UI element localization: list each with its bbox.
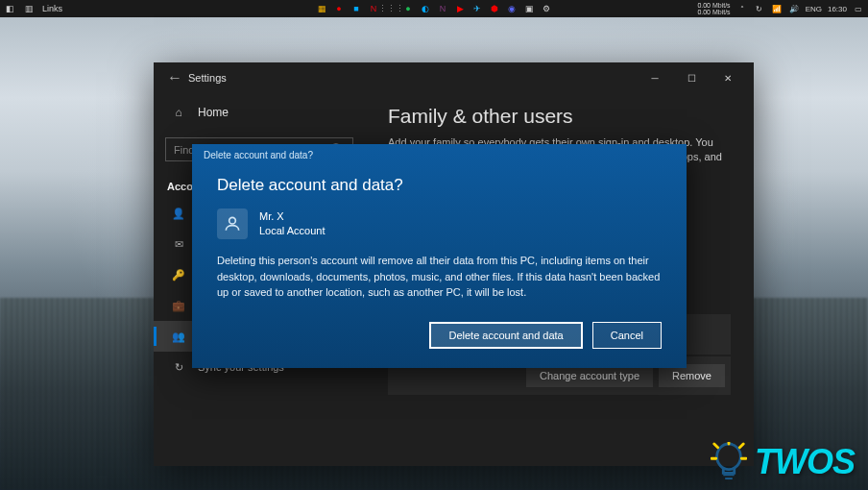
close-button[interactable]: ✕ (710, 64, 746, 91)
svg-point-2 (717, 444, 741, 470)
lightbulb-icon (711, 442, 747, 482)
language-indicator[interactable]: ENG (806, 5, 822, 13)
delete-account-button[interactable]: Delete account and data (429, 322, 582, 349)
maximize-button[interactable]: ☐ (673, 64, 710, 91)
dialog-user-name: Mr. X (259, 209, 326, 224)
app-icon-1[interactable]: ▦ (316, 3, 327, 14)
app-icon-10[interactable]: ✈ (471, 3, 483, 14)
tray-sync-icon[interactable]: ↻ (754, 3, 765, 14)
sync-icon: ↻ (171, 359, 186, 375)
minimize-button[interactable]: ─ (637, 64, 673, 91)
home-icon: ⌂ (171, 105, 186, 120)
mail-icon: ✉ (171, 236, 186, 252)
app-icon-2[interactable]: ● (333, 3, 345, 14)
dialog-user-block: Mr. X Local Account (217, 208, 662, 239)
start-icon[interactable]: ◧ (4, 3, 15, 14)
tray-chevron-icon[interactable]: ˄ (736, 3, 748, 14)
change-account-type-button[interactable]: Change account type (526, 364, 653, 387)
remove-button[interactable]: Remove (659, 364, 725, 387)
back-button[interactable]: ← (161, 69, 188, 86)
svg-point-1 (229, 217, 236, 224)
settings-icon[interactable]: ⚙ (541, 3, 552, 14)
page-title: Family & other users (388, 105, 731, 128)
volume-icon[interactable]: 🔊 (788, 3, 800, 14)
taskview-icon[interactable]: ▥ (23, 3, 35, 14)
app-icon-12[interactable]: ◉ (506, 3, 518, 14)
dialog-titlebar[interactable]: Delete account and data? (192, 144, 687, 166)
dialog-body-text: Deleting this person's account will remo… (217, 253, 662, 301)
brand-text: TWOS (755, 442, 855, 482)
app-icon-9[interactable]: ▶ (454, 3, 466, 14)
app-icon-3[interactable]: ■ (350, 3, 362, 14)
cancel-button[interactable]: Cancel (592, 322, 662, 349)
family-icon: 👥 (171, 329, 186, 344)
network-stats: 0.00 Mbit/s 0.00 Mbit/s (697, 2, 730, 15)
sidebar-home[interactable]: ⌂ Home (154, 97, 365, 128)
notifications-icon[interactable]: ▭ (853, 3, 864, 14)
app-icon-8[interactable]: N (437, 3, 448, 14)
person-icon: 👤 (171, 206, 186, 221)
home-label: Home (198, 106, 229, 119)
dialog-user-type: Local Account (259, 224, 326, 238)
window-titlebar[interactable]: ← Settings ─ ☐ ✕ (154, 62, 754, 93)
brand-logo: TWOS (711, 442, 855, 482)
avatar-icon (217, 208, 248, 239)
dialog-heading: Delete account and data? (217, 176, 662, 195)
app-icon-7[interactable]: ◐ (420, 3, 431, 14)
window-title: Settings (188, 72, 227, 84)
links-label[interactable]: Links (42, 4, 62, 13)
app-icon-6[interactable]: ● (402, 3, 414, 14)
app-icon-13[interactable]: ▣ (523, 3, 535, 14)
briefcase-icon: 💼 (171, 298, 186, 313)
app-icon-5[interactable]: ⋮⋮⋮ (385, 3, 397, 14)
wifi-icon[interactable]: 📶 (771, 3, 783, 14)
key-icon: 🔑 (171, 267, 186, 282)
taskbar: ◧ ▥ Links ▦ ● ■ N ⋮⋮⋮ ● ◐ N ▶ ✈ ⬢ ◉ ▣ ⚙ … (0, 0, 868, 17)
clock[interactable]: 16:30 (828, 5, 847, 13)
app-icon-11[interactable]: ⬢ (489, 3, 500, 14)
delete-account-dialog: Delete account and data? Delete account … (192, 144, 687, 368)
